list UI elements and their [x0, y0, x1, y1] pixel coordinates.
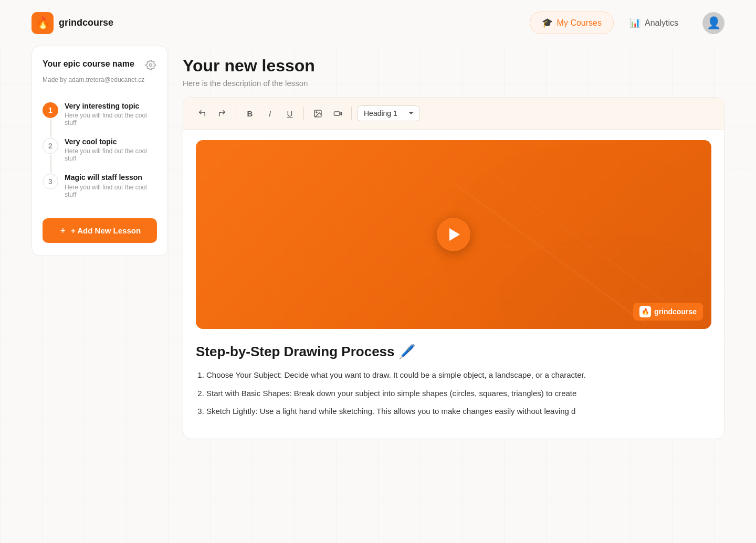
- lesson-number-1: 1: [43, 102, 58, 118]
- redo-button[interactable]: [214, 105, 230, 122]
- logo-icon: 🔥: [32, 12, 54, 34]
- content-list: Choose Your Subject: Decide what you wan…: [196, 369, 711, 418]
- analytics-icon: 📊: [629, 17, 640, 28]
- nav-area: 🎓 My Courses 📊 Analytics 👤: [530, 12, 724, 34]
- course-name: Your epic course name: [43, 59, 134, 70]
- main-layout: Your epic course name Made by adam.trete…: [0, 46, 756, 543]
- underline-button[interactable]: U: [281, 105, 298, 122]
- list-item[interactable]: 3 Magic will staff lesson Here you will …: [43, 167, 157, 203]
- editor-card: B I U Heading 1 Heading 2: [183, 97, 724, 439]
- list-item[interactable]: 2 Very cool topic Here you will find out…: [43, 132, 157, 167]
- author-text: Made by adam.tretera@educanet.cz: [43, 76, 157, 83]
- video-button[interactable]: [329, 105, 346, 122]
- svg-rect-3: [334, 111, 340, 115]
- toolbar-sep-1: [236, 107, 236, 120]
- list-item: Choose Your Subject: Decide what you wan…: [206, 369, 711, 381]
- add-lesson-label: + Add New Lesson: [71, 226, 141, 235]
- sidebar: Your epic course name Made by adam.trete…: [32, 46, 168, 256]
- avatar[interactable]: 👤: [702, 12, 724, 34]
- content-area: Your new lesson Here is the description …: [183, 46, 724, 522]
- lesson-header: Your new lesson Here is the description …: [183, 46, 724, 97]
- lesson-1-desc: Here you will find out the cool stuff: [65, 112, 157, 126]
- lesson-3-title: Magic will staff lesson: [65, 173, 157, 182]
- lesson-list: 1 Very interesting topic Here you will f…: [43, 96, 157, 204]
- logo-emoji: 🔥: [36, 16, 50, 30]
- svg-point-0: [150, 64, 152, 67]
- toolbar-sep-3: [351, 107, 352, 120]
- logo-area: 🔥 grindcourse: [32, 12, 113, 34]
- lesson-main-title: Your new lesson: [183, 56, 724, 76]
- nav-analytics-label: Analytics: [645, 18, 678, 28]
- lesson-2-info: Very cool topic Here you will find out t…: [65, 137, 157, 162]
- watermark-logo-icon: 🔥: [639, 306, 651, 317]
- lesson-3-desc: Here you will find out the cool stuff: [65, 184, 157, 198]
- lesson-number-2: 2: [43, 138, 58, 154]
- watermark-text: grindcourse: [654, 307, 697, 316]
- list-item: Start with Basic Shapes: Break down your…: [206, 388, 711, 400]
- nav-my-courses[interactable]: 🎓 My Courses: [530, 12, 614, 34]
- video-overlay: [196, 140, 711, 329]
- play-button[interactable]: [437, 218, 470, 251]
- lesson-1-title: Very interesting topic: [65, 101, 157, 111]
- nav-analytics[interactable]: 📊 Analytics: [618, 12, 690, 34]
- header: 🔥 grindcourse 🎓 My Courses 📊 Analytics 👤: [0, 0, 756, 46]
- lesson-3-info: Magic will staff lesson Here you will fi…: [65, 173, 157, 198]
- editor-body: 🔥 grindcourse Step-by-Step Drawing Proce…: [183, 130, 724, 428]
- add-lesson-button[interactable]: ＋ + Add New Lesson: [43, 218, 157, 243]
- lesson-number-3: 3: [43, 174, 58, 189]
- bold-button[interactable]: B: [242, 105, 258, 122]
- plus-icon: ＋: [59, 226, 67, 236]
- italic-button[interactable]: I: [261, 105, 278, 122]
- lesson-2-desc: Here you will find out the cool stuff: [65, 147, 157, 162]
- list-item[interactable]: 1 Very interesting topic Here you will f…: [43, 96, 157, 132]
- play-triangle-icon: [449, 228, 460, 241]
- courses-icon: 🎓: [542, 17, 553, 28]
- nav-my-courses-label: My Courses: [557, 18, 602, 28]
- app-name: grindcourse: [59, 17, 113, 28]
- undo-button[interactable]: [194, 105, 211, 122]
- heading-select[interactable]: Heading 1 Heading 2 Heading 3 Paragraph …: [357, 105, 420, 121]
- content-heading: Step-by-Step Drawing Process 🖊️: [196, 344, 711, 360]
- settings-button[interactable]: [144, 59, 157, 74]
- lesson-2-title: Very cool topic: [65, 137, 157, 146]
- svg-point-2: [316, 111, 317, 112]
- lesson-main-desc: Here is the description of the lesson: [183, 79, 724, 88]
- video-container: 🔥 grindcourse: [196, 140, 711, 329]
- editor-toolbar: B I U Heading 1 Heading 2: [183, 98, 724, 130]
- video-watermark: 🔥 grindcourse: [633, 303, 703, 321]
- lesson-1-info: Very interesting topic Here you will fin…: [65, 101, 157, 126]
- sidebar-title-area: Your epic course name: [43, 59, 134, 70]
- toolbar-sep-2: [303, 107, 304, 120]
- sidebar-header: Your epic course name: [43, 59, 157, 74]
- list-item: Sketch Lightly: Use a light hand while s…: [206, 406, 711, 418]
- image-button[interactable]: [309, 105, 326, 122]
